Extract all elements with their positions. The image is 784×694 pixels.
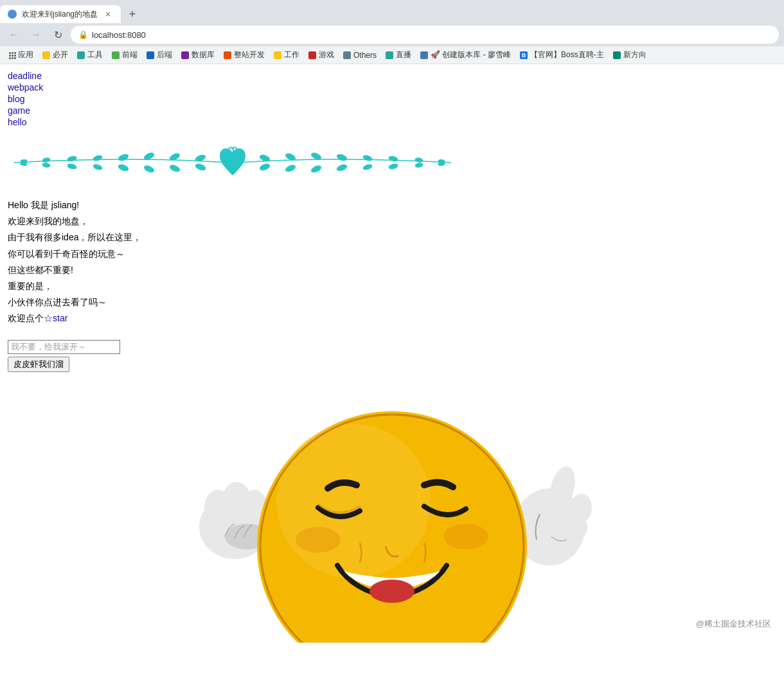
bookmark-label: 新方向	[623, 49, 646, 60]
bookmark-apps-label: 应用	[18, 49, 33, 60]
svg-point-43	[557, 527, 577, 550]
browser-chrome: 欢迎来到jsliang的地盘 × + ← → ↻ 🔒 localhost:808…	[0, 0, 784, 64]
lock-icon: 🔒	[78, 30, 88, 39]
bookmark-frontend[interactable]: 前端	[108, 48, 141, 62]
svg-point-48	[443, 524, 488, 549]
bookmark-work[interactable]: 工作	[270, 48, 303, 62]
text-line-7: 小伙伴你点进去看了吗～	[8, 294, 776, 310]
svg-point-9	[93, 163, 103, 170]
bookmark-fullsite[interactable]: 整站开发	[220, 48, 269, 62]
tab-close-button[interactable]: ×	[103, 9, 113, 19]
svg-point-29	[415, 163, 423, 168]
smiley-character	[0, 321, 784, 643]
bookmark-others-label: Others	[353, 51, 377, 60]
bookmark-favicon	[343, 51, 351, 59]
svg-point-13	[42, 163, 51, 168]
bookmark-boss[interactable]: B 【官网】Boss直聘-主	[516, 48, 608, 62]
nav-links: deadline webpack blog game hello	[8, 71, 776, 127]
bookmark-game[interactable]: 游戏	[305, 48, 338, 62]
address-bar[interactable]: 🔒 localhost:8080	[71, 26, 779, 44]
svg-point-1	[195, 163, 206, 172]
bookmark-favicon	[613, 51, 621, 59]
new-tab-button[interactable]: +	[123, 5, 141, 23]
svg-point-25	[362, 163, 373, 170]
svg-point-47	[296, 527, 341, 553]
bookmark-tools[interactable]: 工具	[73, 48, 107, 62]
bookmark-favicon	[274, 51, 281, 59]
bookmarks-bar: 应用 必开 工具 前端 后端 数据库 整站开发 工作	[0, 46, 784, 64]
nav-link-deadline[interactable]: deadline	[8, 71, 776, 81]
address-bar-row: ← → ↻ 🔒 localhost:8080	[0, 23, 784, 46]
svg-point-6	[118, 154, 129, 162]
svg-point-10	[67, 156, 76, 162]
svg-point-45	[276, 424, 431, 578]
bookmark-favicon	[181, 51, 189, 59]
svg-point-28	[415, 157, 423, 163]
bookmark-new-direction[interactable]: 新方向	[609, 48, 650, 62]
svg-point-12	[42, 157, 51, 163]
bookmark-label: 整站开发	[234, 49, 265, 60]
bookmark-label: 【官网】Boss直聘-主	[530, 49, 604, 60]
nav-link-blog[interactable]: blog	[8, 94, 776, 104]
text-line-4: 你可以看到千奇百怪的玩意～	[8, 246, 776, 262]
bookmark-label: 游戏	[319, 49, 334, 60]
bookmark-favicon: B	[520, 51, 528, 59]
refresh-button[interactable]: ↻	[49, 26, 67, 44]
apps-grid-icon	[9, 52, 15, 58]
bookmark-backend[interactable]: 后端	[143, 48, 176, 62]
svg-point-31	[438, 162, 445, 166]
main-text-block: Hello 我是 jsliang! 欢迎来到我的地盘， 由于我有很多idea，所…	[8, 197, 776, 327]
tab-bar: 欢迎来到jsliang的地盘 × +	[0, 0, 784, 23]
bookmark-favicon	[112, 51, 120, 59]
page-content: deadline webpack blog game hello	[0, 64, 784, 643]
text-line-5: 但这些都不重要!	[8, 262, 776, 278]
svg-point-19	[285, 164, 296, 173]
bookmark-liaoxuefeng[interactable]: 🚀 创建版本库 - 廖雪峰	[416, 48, 515, 62]
bookmark-database[interactable]: 数据库	[177, 48, 218, 62]
emoji-area	[0, 321, 784, 643]
bookmark-favicon	[386, 51, 393, 59]
svg-point-26	[388, 156, 398, 162]
bookmark-bikao[interactable]: 必开	[39, 48, 72, 62]
tab-title: 欢迎来到jsliang的地盘	[22, 9, 98, 20]
bookmark-label: 前端	[122, 49, 138, 60]
svg-point-21	[310, 165, 322, 174]
svg-point-17	[259, 163, 271, 172]
bookmark-label: 🚀 创建版本库 - 廖雪峰	[431, 49, 511, 60]
back-button[interactable]: ←	[5, 26, 23, 44]
bookmark-label: 直播	[396, 49, 411, 60]
text-line-3: 由于我有很多idea，所以在这里，	[8, 229, 776, 245]
bookmark-favicon	[77, 51, 85, 59]
svg-point-8	[93, 154, 103, 161]
text-line-2: 欢迎来到我的地盘，	[8, 213, 776, 229]
nav-link-hello[interactable]: hello	[8, 117, 776, 127]
svg-point-15	[21, 162, 27, 166]
svg-point-49	[370, 580, 414, 603]
text-line-1: Hello 我是 jsliang!	[8, 197, 776, 213]
bookmark-live[interactable]: 直播	[382, 48, 415, 62]
svg-point-11	[67, 163, 76, 170]
bookmark-label: 数据库	[192, 49, 215, 60]
bookmark-apps[interactable]: 应用	[5, 48, 37, 62]
bookmark-favicon	[147, 51, 154, 59]
bookmark-others[interactable]: Others	[339, 49, 380, 61]
svg-point-3	[169, 164, 181, 173]
svg-point-23	[336, 164, 348, 172]
nav-link-game[interactable]: game	[8, 105, 776, 116]
svg-point-5	[143, 165, 155, 174]
bookmark-label: 工作	[284, 49, 299, 60]
nav-link-webpack[interactable]: webpack	[8, 82, 776, 93]
svg-point-22	[336, 154, 348, 162]
forward-button[interactable]: →	[27, 26, 45, 44]
bookmark-favicon	[224, 51, 231, 59]
decorative-divider	[8, 140, 458, 185]
bookmark-label: 后端	[157, 49, 172, 60]
bookmark-label: 必开	[53, 49, 68, 60]
browser-tab[interactable]: 欢迎来到jsliang的地盘 ×	[0, 5, 121, 23]
bookmark-label: 工具	[87, 49, 103, 60]
watermark: @稀土掘金技术社区	[696, 618, 771, 630]
svg-point-24	[362, 154, 373, 161]
bookmark-favicon	[420, 51, 428, 59]
svg-point-7	[118, 164, 129, 172]
svg-point-27	[388, 163, 398, 170]
